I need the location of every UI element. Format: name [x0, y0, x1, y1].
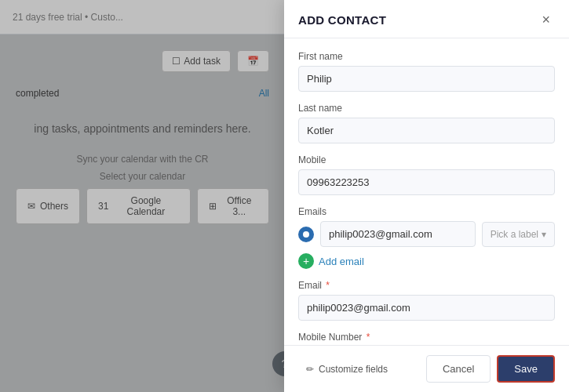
- add-email-label: Add email: [319, 256, 364, 267]
- mobile-input[interactable]: [298, 169, 555, 195]
- email-field-input[interactable]: [298, 295, 555, 321]
- last-name-input[interactable]: [298, 118, 555, 143]
- emails-label: Emails: [298, 206, 555, 217]
- mobile-group: Mobile: [298, 154, 555, 195]
- email-dot-inner: [303, 231, 309, 238]
- email-input[interactable]: [320, 221, 476, 247]
- emails-group: Emails Pick a label ▾ + Add email: [298, 206, 555, 269]
- pencil-icon: ✏: [306, 364, 314, 375]
- mobile-number-group: Mobile Number *: [298, 332, 555, 345]
- mobile-number-required-star: *: [367, 332, 370, 343]
- email-required-star: *: [326, 280, 330, 291]
- email-row: Pick a label ▾: [298, 221, 555, 247]
- mobile-number-label: Mobile Number *: [298, 332, 555, 343]
- email-label-select[interactable]: Pick a label ▾: [482, 222, 555, 247]
- add-email-row[interactable]: + Add email: [298, 253, 555, 269]
- email-dot-icon: [298, 227, 314, 242]
- email-required-group: Email *: [298, 280, 555, 321]
- save-button[interactable]: Save: [497, 355, 555, 383]
- first-name-group: First name: [298, 51, 555, 92]
- footer-actions: Cancel Save: [426, 355, 555, 383]
- last-name-group: Last name: [298, 103, 555, 143]
- modal-footer: ✏ Customize fields Cancel Save: [284, 345, 569, 392]
- first-name-label: First name: [298, 51, 555, 62]
- email-label-placeholder: Pick a label: [491, 229, 538, 240]
- first-name-input[interactable]: [298, 66, 555, 92]
- modal-title: ADD CONTACT: [298, 13, 386, 27]
- modal-header: ADD CONTACT ×: [284, 0, 569, 38]
- last-name-label: Last name: [298, 103, 555, 114]
- email-required-label: Email *: [298, 280, 555, 291]
- add-email-icon: +: [298, 253, 314, 269]
- modal-close-button[interactable]: ×: [537, 11, 555, 28]
- cancel-button[interactable]: Cancel: [426, 355, 491, 383]
- customize-fields-button[interactable]: ✏ Customize fields: [298, 359, 396, 379]
- add-contact-modal: ADD CONTACT × First name Last name Mobil…: [284, 0, 569, 392]
- email-label-chevron-icon: ▾: [542, 229, 546, 240]
- modal-body: First name Last name Mobile Emails Pick …: [284, 38, 569, 345]
- mobile-label: Mobile: [298, 154, 555, 165]
